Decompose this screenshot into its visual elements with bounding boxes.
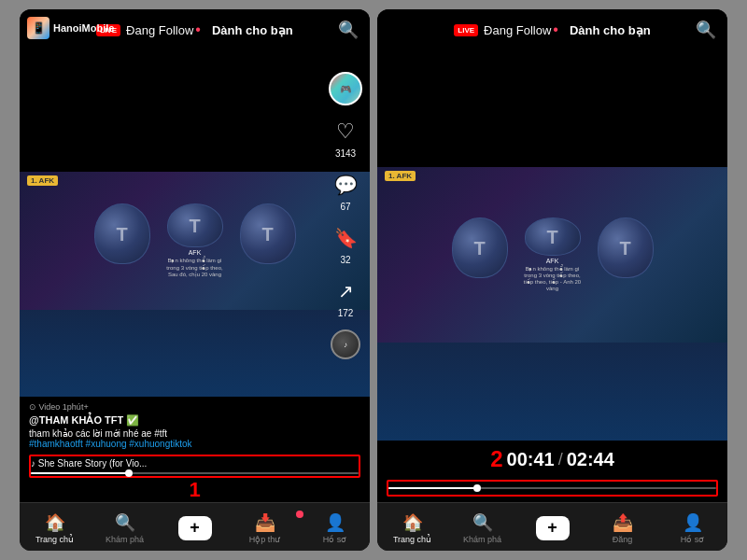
dang-follow-1[interactable]: Đang Follow: [126, 23, 193, 37]
tab-add-2[interactable]: +: [517, 516, 587, 540]
add-button-1[interactable]: +: [178, 516, 212, 540]
username-1[interactable]: @THAM KHẢO TFT ✅: [29, 414, 360, 427]
top-nav-2: LIVE Đang Follow • Dành cho bạn 🔍: [377, 9, 727, 50]
stone-shape-left-2: [452, 217, 508, 278]
description-1: tham khảo các lời mới nhé ae #tft: [29, 428, 360, 439]
dang-follow-2[interactable]: Đang Follow: [484, 23, 551, 37]
tab-home-label-1: Trang chủ: [35, 535, 74, 544]
content-info-1: ⊙ Video 1phút+ @THAM KHẢO TFT ✅ tham khả…: [20, 397, 370, 451]
music-disc-1: ♪: [331, 329, 360, 359]
bookmark-count-1: 32: [340, 255, 350, 265]
share-btn-1[interactable]: ↗ 172: [331, 276, 360, 318]
logo-area: 📱 HanoiMobile: [27, 17, 114, 39]
comment-count-1: 67: [340, 202, 350, 212]
tab-inbox-label-1: Hộp thư: [249, 535, 281, 544]
stone-center-2: AFK Bạn không thể làm gì trong 3 vòng ti…: [520, 217, 585, 292]
heart-icon-1: ♡: [331, 117, 360, 147]
progress-fill-2: [388, 487, 477, 489]
search-icon-2[interactable]: 🔍: [696, 20, 716, 40]
stone-left-1: [90, 203, 155, 278]
tab-post-label-2: Đăng: [613, 535, 633, 544]
black-top-2: [377, 50, 727, 167]
tab-inbox-1[interactable]: 📥 Hộp thư: [230, 512, 300, 544]
tab-profile-label-1: Hồ sơ: [323, 535, 347, 544]
like-btn-1[interactable]: ♡ 3143: [331, 117, 360, 159]
afk-badge-1: 1. AFK: [27, 175, 58, 186]
time-row: 2 00:41 / 02:44: [387, 446, 718, 472]
progress-area-1: ♪ She Share Story (for Vio... 1: [20, 451, 370, 502]
song-title-1: ♪ She Share Story (for Vio...: [31, 458, 359, 469]
game-scene-2: 1. AFK AFK Bạn không thể làm gì trong 3 …: [377, 167, 727, 343]
add-button-2[interactable]: +: [536, 516, 570, 540]
stone-shape-right-2: [598, 217, 654, 278]
progress-thumb-2[interactable]: [473, 484, 481, 492]
tab-home-1[interactable]: 🏠 Trang chủ: [20, 512, 90, 544]
home-icon-1: 🏠: [45, 512, 65, 533]
logo-icon: 📱: [27, 17, 49, 39]
logo-text: HanoiMobile: [53, 22, 114, 34]
tab-bar-1: 🏠 Trang chủ 🔍 Khám phá + 📥 Hộp thư 👤 Hồ …: [20, 502, 370, 551]
stone-shape-right: [240, 203, 296, 264]
video-badge-1: ⊙ Video 1phút+: [29, 402, 360, 412]
panel2-content: 2 00:41 / 02:44: [377, 441, 727, 478]
afk-desc-1: Bạn không thể làm gì trong 3 vòng tiếp t…: [162, 258, 228, 278]
stone-shape-center: [167, 203, 223, 247]
share-icon-1: ↗: [331, 276, 360, 306]
bookmark-icon-1: 🔖: [331, 223, 360, 253]
video-area-1: 1. AFK AFK Bạn không thể làm gì trong 3 …: [20, 50, 370, 397]
video-area-2: 1. AFK AFK Bạn không thể làm gì trong 3 …: [377, 50, 727, 441]
tab-explore-2[interactable]: 🔍 Khám phá: [447, 512, 517, 544]
live-badge-2: LIVE: [454, 24, 478, 36]
tab-profile-1[interactable]: 👤 Hồ sơ: [300, 512, 370, 544]
progress-track-2[interactable]: [388, 487, 716, 489]
tab-profile-2[interactable]: 👤 Hồ sơ: [657, 512, 727, 544]
highlight-box-1: ♪ She Share Story (for Vio...: [29, 455, 360, 478]
nav-dot-1: •: [195, 21, 201, 38]
tab-post-2[interactable]: 📤 Đăng: [587, 512, 657, 544]
danh-cho-ban-1[interactable]: Dành cho bạn: [212, 23, 293, 37]
panel2-progress: [377, 478, 727, 502]
tab-explore-1[interactable]: 🔍 Khám phá: [90, 512, 160, 544]
afk-desc-2: Bạn không thể làm gì trong 3 vòng tiếp t…: [520, 266, 585, 293]
profile-icon-1: 👤: [325, 512, 345, 533]
time-total-2: 02:44: [567, 449, 614, 470]
explore-icon-2: 🔍: [472, 512, 493, 533]
explore-icon-1: 🔍: [115, 512, 135, 533]
progress-thumb-1[interactable]: [125, 469, 133, 477]
black-top-1: [20, 50, 370, 172]
comment-icon-1: 💬: [331, 170, 360, 200]
stone-label-center: AFK: [189, 249, 202, 256]
number-label-1: 1: [29, 480, 360, 500]
inbox-icon-1: 📥: [255, 512, 275, 533]
like-count-1: 3143: [335, 148, 356, 159]
home-icon-2: 🏠: [402, 512, 423, 533]
post-icon-2: 📤: [613, 512, 633, 533]
number-label-2: 2: [490, 446, 502, 472]
comment-btn-1[interactable]: 💬 67: [331, 170, 360, 212]
search-icon-1[interactable]: 🔍: [338, 20, 359, 40]
tab-home-label-2: Trang chủ: [393, 535, 431, 544]
avatar-1[interactable]: 🎮: [329, 72, 362, 105]
tab-add-1[interactable]: +: [160, 516, 230, 540]
stone-shape-left: [94, 203, 150, 264]
game-scene-1: 1. AFK AFK Bạn không thể làm gì trong 3 …: [20, 172, 370, 310]
tab-home-2[interactable]: 🏠 Trang chủ: [377, 512, 447, 544]
stone-center-1: AFK Bạn không thể làm gì trong 3 vòng ti…: [162, 203, 228, 278]
tab-explore-label-2: Khám phá: [463, 535, 501, 544]
share-count-1: 172: [338, 308, 354, 318]
profile-icon-2: 👤: [683, 512, 703, 533]
game-bg-2: 1. AFK AFK Bạn không thể làm gì trong 3 …: [377, 50, 727, 441]
panel-1: 📱 HanoiMobile LIVE Đang Follow • Dành ch…: [20, 9, 370, 551]
progress-track-1[interactable]: [31, 472, 359, 474]
game-bg-1: 1. AFK AFK Bạn không thể làm gì trong 3 …: [20, 50, 370, 397]
hashtags-1[interactable]: #thamkhaotft #xuhuong #xuhuongtiktok: [29, 439, 360, 449]
nav-dot-2: •: [553, 21, 558, 38]
progress-fill-1: [31, 472, 129, 474]
highlight-box-2: [387, 480, 718, 497]
stone-label-center-2: AFK: [546, 258, 559, 264]
bookmark-btn-1[interactable]: 🔖 32: [331, 223, 360, 265]
tab-bar-2: 🏠 Trang chủ 🔍 Khám phá + 📤 Đăng 👤 Hồ sơ: [377, 502, 727, 551]
time-current-2: 00:41: [507, 449, 555, 470]
danh-cho-ban-2[interactable]: Dành cho bạn: [570, 23, 651, 37]
stone-right-1: [235, 203, 301, 278]
